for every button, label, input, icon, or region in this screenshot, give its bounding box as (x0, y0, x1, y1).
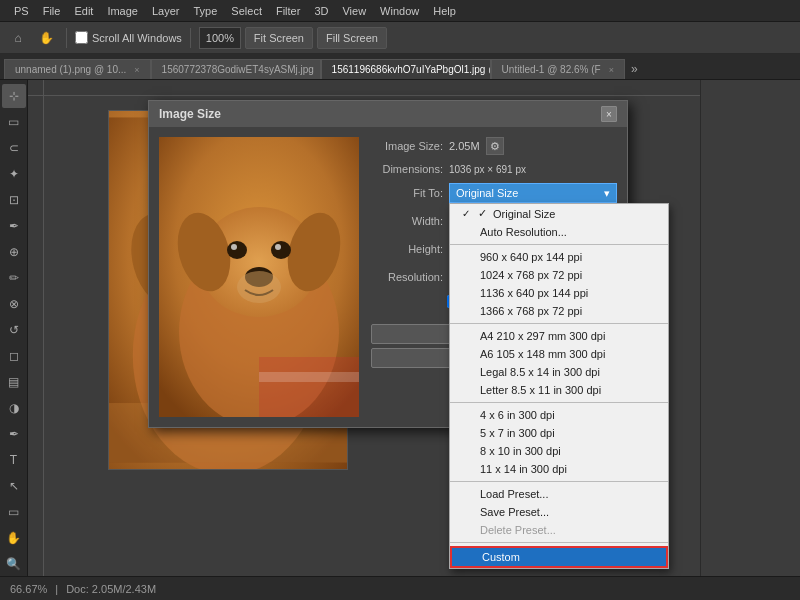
tab-0[interactable]: unnamed (1).png @ 10... × (4, 59, 151, 79)
svg-point-23 (237, 271, 281, 303)
dropdown-separator-4 (450, 481, 668, 482)
eyedropper-tool[interactable]: ✒ (2, 214, 26, 238)
zoom-input[interactable] (199, 27, 241, 49)
image-size-row: Image Size: 2.05M ⚙ (371, 137, 617, 155)
tab-2[interactable]: 1561196686kvhO7uIYaPbgOl1.jpg @ 66.7% (L… (321, 59, 491, 79)
fit-to-dropdown-menu: ✓ Original Size Auto Resolution... (449, 203, 669, 569)
dropdown-item-4x6[interactable]: 4 x 6 in 300 dpi (450, 406, 668, 424)
menu-filter[interactable]: Filter (270, 3, 306, 19)
eraser-tool[interactable]: ◻ (2, 344, 26, 368)
fit-to-dropdown-trigger[interactable]: Original Size ▾ (449, 183, 617, 203)
dodge-tool[interactable]: ◑ (2, 396, 26, 420)
resolution-label: Resolution: (371, 271, 443, 283)
dropdown-item-label-1366x768: 1366 x 768 px 72 ppi (480, 305, 582, 317)
toolbar: ⌂ ✋ Scroll All Windows Fit Screen Fill S… (0, 22, 800, 54)
fit-to-row: Fit To: Original Size ▾ ✓ (371, 183, 617, 203)
dropdown-item-custom[interactable]: Custom (450, 546, 668, 568)
dialog-body: Image Size: 2.05M ⚙ Dimensions: 1036 px … (149, 127, 627, 427)
dimensions-value: 1036 px × 691 px (449, 164, 526, 175)
pen-tool[interactable]: ✒ (2, 422, 26, 446)
tab-3-close[interactable]: × (609, 65, 614, 75)
hand-tool-icon[interactable]: ✋ (34, 26, 58, 50)
image-size-value: 2.05M (449, 140, 480, 152)
dropdown-item-a6[interactable]: A6 105 x 148 mm 300 dpi (450, 345, 668, 363)
brush-tool[interactable]: ✏ (2, 266, 26, 290)
shape-tool[interactable]: ▭ (2, 500, 26, 524)
toolbar-divider-2 (190, 28, 191, 48)
dropdown-item-label-load-preset: Load Preset... (480, 488, 549, 500)
zoom-tool[interactable]: 🔍 (2, 552, 26, 576)
svg-rect-25 (259, 372, 359, 382)
path-select-tool[interactable]: ↖ (2, 474, 26, 498)
dropdown-item-label-letter: Letter 8.5 x 11 in 300 dpi (480, 384, 601, 396)
tab-0-close[interactable]: × (134, 65, 139, 75)
dropdown-item-11x14[interactable]: 11 x 14 in 300 dpi (450, 460, 668, 478)
magic-wand-tool[interactable]: ✦ (2, 162, 26, 186)
home-icon[interactable]: ⌂ (6, 26, 30, 50)
dropdown-item-5x7[interactable]: 5 x 7 in 300 dpi (450, 424, 668, 442)
gear-icon-button[interactable]: ⚙ (486, 137, 504, 155)
menu-help[interactable]: Help (427, 3, 462, 19)
history-brush-tool[interactable]: ↺ (2, 318, 26, 342)
dialog-controls: Image Size: 2.05M ⚙ Dimensions: 1036 px … (371, 137, 617, 417)
dropdown-separator-2 (450, 323, 668, 324)
dropdown-item-label-legal: Legal 8.5 x 14 in 300 dpi (480, 366, 600, 378)
menu-edit[interactable]: Edit (68, 3, 99, 19)
gradient-tool[interactable]: ▤ (2, 370, 26, 394)
clone-stamp-tool[interactable]: ⊗ (2, 292, 26, 316)
dropdown-item-label-960x640: 960 x 640 px 144 ppi (480, 251, 582, 263)
dropdown-item-original-size[interactable]: ✓ Original Size (450, 204, 668, 223)
scroll-all-checkbox[interactable] (75, 31, 88, 44)
heal-tool[interactable]: ⊕ (2, 240, 26, 264)
crop-tool[interactable]: ⊡ (2, 188, 26, 212)
dropdown-item-960x640[interactable]: 960 x 640 px 144 ppi (450, 248, 668, 266)
menu-window[interactable]: Window (374, 3, 425, 19)
fill-screen-button[interactable]: Fill Screen (317, 27, 387, 49)
dropdown-item-label-11x14: 11 x 14 in 300 dpi (480, 463, 567, 475)
dropdown-item-legal[interactable]: Legal 8.5 x 14 in 300 dpi (450, 363, 668, 381)
tab-1[interactable]: 1560772378GodiwET4syASMj.jpg × (151, 59, 321, 79)
menu-image[interactable]: Image (101, 3, 144, 19)
menu-3d[interactable]: 3D (308, 3, 334, 19)
fit-screen-button[interactable]: Fit Screen (245, 27, 313, 49)
svg-point-19 (271, 241, 291, 259)
dimensions-label: Dimensions: (371, 163, 443, 175)
dropdown-item-1024x768[interactable]: 1024 x 768 px 72 ppi (450, 266, 668, 284)
dialog-overlay: Image Size × (28, 80, 700, 576)
menu-file[interactable]: File (37, 3, 67, 19)
menu-type[interactable]: Type (188, 3, 224, 19)
menu-ps[interactable]: PS (8, 3, 35, 19)
menu-view[interactable]: View (336, 3, 372, 19)
dropdown-item-label-5x7: 5 x 7 in 300 dpi (480, 427, 555, 439)
dialog-close-button[interactable]: × (601, 106, 617, 122)
image-size-label: Image Size: (371, 140, 443, 152)
dropdown-item-a4[interactable]: A4 210 x 297 mm 300 dpi (450, 327, 668, 345)
type-tool[interactable]: T (2, 448, 26, 472)
dialog-preview-image (159, 137, 359, 417)
dropdown-item-check-original: ✓ (478, 207, 487, 220)
svg-point-21 (275, 244, 281, 250)
dropdown-item-load-preset[interactable]: Load Preset... (450, 485, 668, 503)
dropdown-item-8x10[interactable]: 8 x 10 in 300 dpi (450, 442, 668, 460)
dropdown-item-delete-preset: Delete Preset... (450, 521, 668, 539)
lasso-tool[interactable]: ⊂ (2, 136, 26, 160)
dialog-title-bar[interactable]: Image Size × (149, 101, 627, 127)
right-panel (700, 80, 800, 576)
dropdown-item-save-preset[interactable]: Save Preset... (450, 503, 668, 521)
toolbar-divider-1 (66, 28, 67, 48)
dialog-title: Image Size (159, 107, 221, 121)
marquee-tool[interactable]: ▭ (2, 110, 26, 134)
menu-layer[interactable]: Layer (146, 3, 186, 19)
dropdown-item-1136x640[interactable]: 1136 x 640 px 144 ppi (450, 284, 668, 302)
move-tool[interactable]: ⊹ (2, 84, 26, 108)
hand-tool[interactable]: ✋ (2, 526, 26, 550)
fit-to-select-wrap: Original Size ▾ ✓ Original Size (449, 183, 617, 203)
dropdown-item-letter[interactable]: Letter 8.5 x 11 in 300 dpi (450, 381, 668, 399)
menu-select[interactable]: Select (225, 3, 268, 19)
svg-point-18 (227, 241, 247, 259)
tabs-overflow-button[interactable]: » (625, 59, 644, 79)
dropdown-separator-1 (450, 244, 668, 245)
dropdown-item-auto-resolution[interactable]: Auto Resolution... (450, 223, 668, 241)
tab-3[interactable]: Untitled-1 @ 82.6% (F × (491, 59, 625, 79)
dropdown-item-1366x768[interactable]: 1366 x 768 px 72 ppi (450, 302, 668, 320)
